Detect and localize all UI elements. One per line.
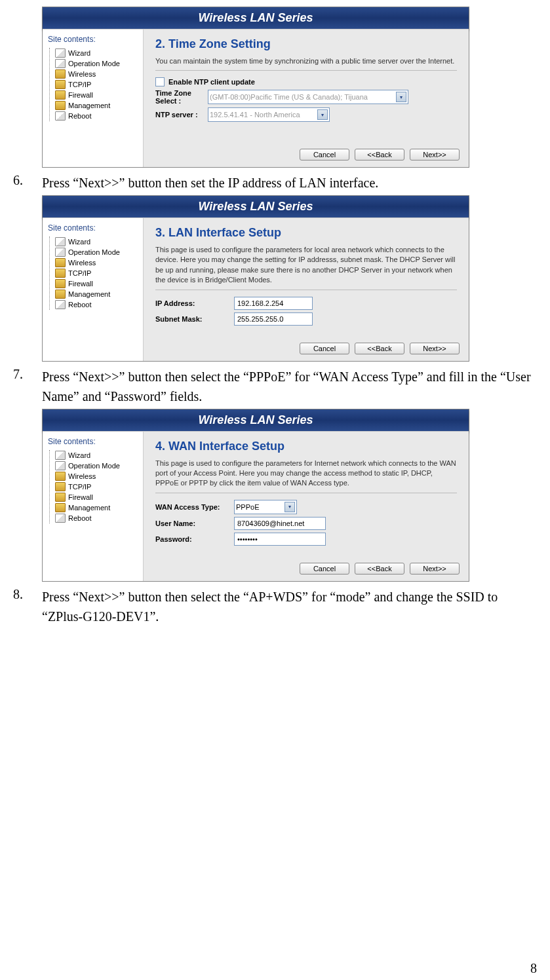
sidebar-item-label: Wizard [68,49,90,57]
ip-row: IP Address: [155,297,457,310]
step-8: 8. Press “Next>>” button then select the… [13,587,538,626]
username-input[interactable] [234,517,326,530]
mask-input[interactable] [234,312,313,326]
sidebar: Site contents: WizardOperation ModeWirel… [43,432,144,581]
folder-icon [55,503,66,512]
cancel-button[interactable]: Cancel [300,563,349,575]
sidebar-item-label: Firewall [68,91,93,99]
page-icon [55,300,66,309]
sidebar-item[interactable]: Wizard [51,450,140,461]
sidebar-item[interactable]: Wizard [51,48,140,58]
button-row: Cancel <<Back Next>> [300,563,460,575]
sidebar-item[interactable]: Wizard [51,236,140,247]
panel-body: Site contents: WizardOperation ModeWirel… [43,218,469,361]
sidebar-item[interactable]: Wireless [51,257,140,268]
sidebar-item[interactable]: Wireless [51,471,140,481]
section-title: 2. Time Zone Setting [155,37,457,51]
sidebar-item-label: Wireless [68,259,96,267]
section-title: 4. WAN Interface Setup [155,440,457,453]
button-row: Cancel <<Back Next>> [300,149,460,160]
ntp-select[interactable]: 192.5.41.41 - North America ▾ [208,107,330,122]
folder-icon [55,279,66,288]
sidebar-title: Site contents: [45,437,140,446]
sidebar-item[interactable]: Reboot [51,299,140,310]
folder-icon [55,80,66,89]
sidebar-item[interactable]: Firewall [51,278,140,289]
folder-icon [55,482,66,491]
enable-ntp-label: Enable NTP client update [168,78,255,86]
back-button[interactable]: <<Back [355,343,404,354]
sidebar-title: Site contents: [45,223,140,233]
app-title: Wireless LAN Series [43,7,469,29]
sidebar-item[interactable]: Firewall [51,492,140,502]
folder-icon [55,290,66,299]
nav-tree: WizardOperation ModeWirelessTCP/IPFirewa… [49,450,140,523]
content-area: 3. LAN Interface Setup This page is used… [144,218,469,361]
step-text: Press “Next>>” button then set the IP ad… [42,173,538,193]
username-label: User Name: [155,519,234,527]
next-button[interactable]: Next>> [410,563,460,575]
sidebar-item[interactable]: Reboot [51,111,140,121]
sidebar-item[interactable]: TCP/IP [51,481,140,492]
next-button[interactable]: Next>> [410,343,460,354]
sidebar-item[interactable]: Operation Mode [51,58,140,69]
timezone-select[interactable]: (GMT-08:00)Pacific Time (US & Canada); T… [208,90,408,104]
section-title: 3. LAN Interface Setup [155,226,457,240]
folder-icon [55,90,66,100]
sidebar-item-label: TCP/IP [68,81,91,88]
nav-tree: WizardOperation ModeWirelessTCP/IPFirewa… [49,48,140,121]
folder-icon [55,269,66,278]
next-button[interactable]: Next>> [410,149,460,160]
section-desc: This page is used to configure the param… [155,459,457,489]
sidebar-item[interactable]: Wireless [51,69,140,79]
cancel-button[interactable]: Cancel [300,343,349,354]
ntp-label: NTP server : [155,111,208,119]
content-area: 2. Time Zone Setting You can maintain th… [144,29,469,167]
sidebar-item[interactable]: TCP/IP [51,79,140,90]
timezone-row: Time Zone Select : (GMT-08:00)Pacific Ti… [155,89,457,105]
ntp-row: NTP server : 192.5.41.41 - North America… [155,107,457,122]
wan-type-label: WAN Access Type: [155,503,234,511]
screenshot-timezone: Wireless LAN Series Site contents: Wizar… [42,7,469,168]
wan-type-select[interactable]: PPPoE ▾ [234,500,297,514]
chevron-down-icon: ▾ [317,109,328,120]
divider [155,290,457,290]
step-number: 8. [13,587,42,602]
sidebar-item-label: Operation Mode [68,462,120,470]
page-icon [55,451,66,460]
content-area: 4. WAN Interface Setup This page is used… [144,432,469,581]
sidebar-item-label: Operation Mode [68,60,120,67]
screenshot-wan: Wireless LAN Series Site contents: Wizar… [42,409,469,582]
sidebar-item-label: Firewall [68,280,93,288]
timezone-label: Time Zone Select : [155,89,208,105]
chevron-down-icon: ▾ [285,502,295,512]
password-input[interactable] [234,533,326,546]
app-title: Wireless LAN Series [43,409,469,432]
panel-body: Site contents: WizardOperation ModeWirel… [43,432,469,581]
sidebar-item[interactable]: TCP/IP [51,268,140,278]
ntp-value: 192.5.41.41 - North America [210,111,300,119]
sidebar-item[interactable]: Operation Mode [51,461,140,471]
sidebar: Site contents: WizardOperation ModeWirel… [43,218,144,361]
step-number: 7. [13,367,42,382]
ip-input[interactable] [234,297,313,310]
enable-ntp-checkbox[interactable] [155,77,165,86]
page-icon [55,248,66,257]
sidebar-item-label: Wizard [68,451,90,459]
timezone-value: (GMT-08:00)Pacific Time (US & Canada); T… [210,93,368,101]
back-button[interactable]: <<Back [355,149,404,160]
cancel-button[interactable]: Cancel [300,149,349,160]
sidebar-item[interactable]: Operation Mode [51,247,140,257]
screenshot-lan: Wireless LAN Series Site contents: Wizar… [42,195,469,362]
sidebar-item-label: Reboot [68,112,91,120]
sidebar-item[interactable]: Firewall [51,90,140,100]
sidebar-item[interactable]: Management [51,289,140,299]
sidebar-item-label: Management [68,290,110,298]
back-button[interactable]: <<Back [355,563,404,575]
wan-type-row: WAN Access Type: PPPoE ▾ [155,500,457,514]
step-number: 6. [13,173,42,188]
sidebar-item[interactable]: Management [51,100,140,111]
sidebar-item[interactable]: Reboot [51,513,140,523]
sidebar-item[interactable]: Management [51,502,140,513]
ip-label: IP Address: [155,299,234,307]
